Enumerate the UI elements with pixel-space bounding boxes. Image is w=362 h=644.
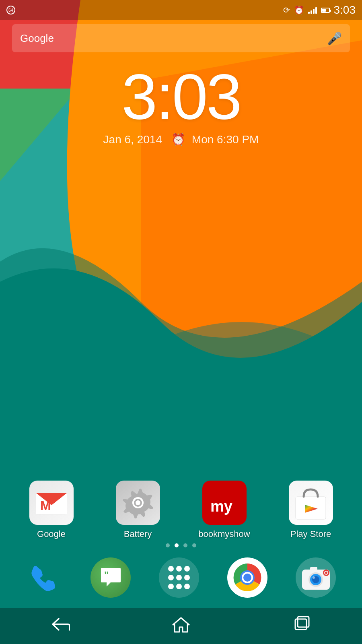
drawer-dot <box>168 566 174 572</box>
battery-gear-svg <box>122 487 154 519</box>
drawer-dot <box>168 575 174 580</box>
google-search-label: Google <box>20 32 327 45</box>
svg-point-24 <box>313 576 315 579</box>
chrome-svg <box>229 559 265 596</box>
dock-camera[interactable] <box>296 557 336 598</box>
drawer-dot <box>184 566 190 572</box>
mic-icon[interactable]: 🎤 <box>327 31 342 45</box>
app-grid: M Google Battery my b <box>0 481 362 539</box>
svg-rect-31 <box>298 617 309 627</box>
svg-point-11 <box>136 500 140 505</box>
playstore-icon <box>289 481 333 525</box>
battery-icon <box>321 8 330 13</box>
bookmyshow-icon: my <box>202 481 247 525</box>
svg-point-28 <box>325 572 327 574</box>
drawer-dot <box>184 575 190 580</box>
svg-marker-29 <box>173 618 189 632</box>
svg-rect-30 <box>295 619 306 630</box>
svg-text:": " <box>104 570 109 580</box>
app-label-google: Google <box>37 529 66 539</box>
alarm-status-icon: ⏰ <box>294 5 304 15</box>
app-item-battery[interactable]: Battery <box>102 481 174 539</box>
svg-rect-25 <box>310 567 317 571</box>
camera-svg <box>299 561 333 595</box>
gmail-envelope: M <box>35 490 68 516</box>
app-item-google[interactable]: M Google <box>15 481 88 539</box>
nav-home-button[interactable] <box>167 612 195 640</box>
drawer-dot <box>184 584 190 589</box>
hangouts-svg: " <box>98 565 124 591</box>
dock: " <box>0 551 362 604</box>
drawer-dot <box>176 575 182 580</box>
gmail-icon: M <box>29 481 74 525</box>
rotation-icon: ⟳ <box>283 5 290 15</box>
app-label-battery: Battery <box>124 529 152 539</box>
clock-widget: 3:03 Jan 6, 2014 ⏰ Mon 6:30 PM <box>0 64 362 146</box>
page-dot-3 <box>192 543 196 547</box>
dock-chrome[interactable] <box>227 557 267 598</box>
recents-svg <box>292 616 311 633</box>
app-item-playstore[interactable]: Play Store <box>275 481 347 539</box>
status-left: 64 <box>6 6 15 14</box>
svg-point-19 <box>243 574 251 582</box>
svg-text:my: my <box>210 498 232 515</box>
dock-app-drawer[interactable] <box>159 557 199 598</box>
nav-back-button[interactable] <box>47 613 74 639</box>
home-svg <box>171 616 191 633</box>
clock-date: Jan 6, 2014 ⏰ Mon 6:30 PM <box>0 133 362 146</box>
notification-count: 64 <box>6 6 15 14</box>
playstore-svg <box>294 485 328 521</box>
status-right: ⟳ ⏰ 3:03 <box>283 4 356 17</box>
back-arrow-svg <box>51 617 70 632</box>
dock-hangouts[interactable]: " <box>90 557 131 598</box>
drawer-dot <box>176 566 182 572</box>
dock-phone[interactable] <box>26 559 62 596</box>
app-label-playstore: Play Store <box>290 529 331 539</box>
page-dot-2 <box>183 543 187 547</box>
nav-recents-button[interactable] <box>288 612 315 640</box>
drawer-dot <box>176 584 182 589</box>
clock-time: 3:03 <box>0 64 362 129</box>
bookmyshow-svg: my <box>204 483 245 523</box>
battery-app-icon <box>116 481 160 525</box>
page-dot-0 <box>166 543 170 547</box>
search-bar[interactable]: Google 🎤 <box>12 24 350 52</box>
signal-icon <box>308 6 317 14</box>
nav-bar <box>0 608 362 644</box>
app-item-bookmyshow[interactable]: my bookmyshow <box>188 481 261 539</box>
phone-svg <box>29 563 60 593</box>
drawer-dot <box>168 584 174 589</box>
status-bar: 64 ⟳ ⏰ 3:03 <box>0 0 362 20</box>
status-time: 3:03 <box>334 4 356 17</box>
page-indicators <box>0 543 362 547</box>
page-dot-1 <box>175 543 179 547</box>
app-label-bookmyshow: bookmyshow <box>198 529 250 539</box>
